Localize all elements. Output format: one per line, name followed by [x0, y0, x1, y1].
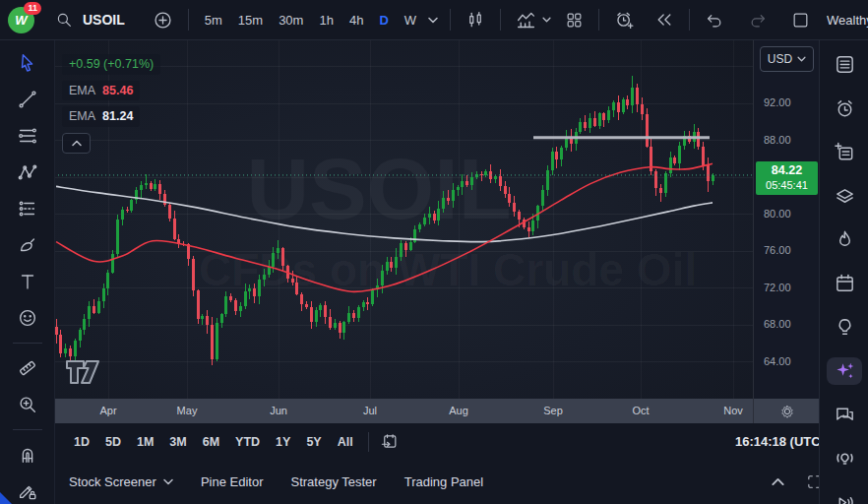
indicators-icon [516, 10, 536, 31]
bottom-tab-trading-panel[interactable]: Trading Panel [404, 474, 483, 489]
month-label-Aug: Aug [449, 405, 468, 416]
tool-projection[interactable] [9, 195, 46, 222]
emoji-smiley-icon [17, 307, 38, 329]
timeframe-1h[interactable]: 1h [311, 13, 341, 28]
axis-settings-corner[interactable] [753, 399, 820, 423]
panel-expand-button[interactable] [769, 467, 787, 498]
bottom-tab-strategy-tester[interactable]: Strategy Tester [290, 474, 376, 489]
sidebar-chat[interactable] [827, 402, 862, 428]
compare-add-button[interactable] [146, 4, 180, 35]
watchlist-icon [834, 53, 856, 76]
redo-button[interactable] [742, 4, 775, 35]
sidebar-calendar[interactable] [827, 270, 862, 296]
bar-replay-button[interactable] [648, 4, 681, 35]
layers-icon [834, 185, 856, 208]
indicators-button[interactable] [509, 4, 558, 35]
undo-arrow-icon [705, 11, 723, 30]
trend-line-icon [17, 89, 38, 110]
sidebar-streams[interactable] [827, 489, 862, 504]
timeframe-30m[interactable]: 30m [271, 13, 311, 28]
create-alert-button[interactable] [607, 4, 642, 35]
chevron-down-icon [163, 478, 173, 485]
toolbar-divider [689, 9, 690, 31]
save-layout-button[interactable] [784, 4, 817, 35]
alarm-clock-icon [834, 97, 856, 120]
tool-brush[interactable] [9, 231, 46, 259]
bottom-tab-stock-screener[interactable]: Stock Screener [69, 474, 173, 489]
tool-xabcd-pattern[interactable] [9, 158, 46, 186]
top-toolbar: W 11 USOIL 5m15m30m1h4hDW [0, 0, 868, 40]
tool-text[interactable] [9, 268, 46, 295]
rail-divider [13, 343, 42, 344]
go-to-date-button[interactable] [376, 426, 403, 458]
magnet-icon [17, 444, 38, 466]
tool-fib-lines[interactable] [9, 122, 46, 150]
ruler-icon [17, 357, 38, 379]
range-button-1Y[interactable]: 1Y [268, 435, 298, 449]
sidebar-object-tree[interactable] [827, 182, 862, 209]
chevron-down-icon [797, 56, 806, 62]
zoom-in-icon [17, 394, 38, 415]
timeframe-5m[interactable]: 5m [197, 13, 230, 28]
sidebar-notes[interactable] [827, 139, 862, 165]
price-tick-label: 64.00 [764, 355, 791, 367]
text-tool-icon [17, 271, 38, 292]
replay-rewind-icon [654, 10, 674, 30]
range-button-1M[interactable]: 1M [129, 435, 161, 449]
sidebar-alerts[interactable] [827, 94, 862, 121]
tool-trend-line[interactable] [9, 86, 46, 113]
timeframe-more-button[interactable] [424, 4, 442, 35]
tool-magnet[interactable] [9, 441, 46, 469]
price-tick-label: 92.00 [764, 96, 791, 108]
month-label-Sep: Sep [543, 405, 563, 416]
sidebar-watchlist[interactable] [827, 51, 862, 78]
symbol-search-button[interactable]: USOIL [48, 4, 132, 35]
tool-cursor[interactable] [9, 49, 46, 77]
chat-bubbles-icon [834, 404, 856, 426]
time-axis[interactable]: AprMayJunJulAugSepOctNov [54, 399, 753, 423]
timeframe-15m[interactable]: 15m [230, 13, 271, 28]
month-label-Nov: Nov [723, 405, 743, 416]
legend-collapse-button[interactable] [62, 133, 91, 154]
timeframe-D[interactable]: D [371, 13, 396, 28]
tool-drawing-lock[interactable] [9, 477, 46, 504]
chevron-up-icon [772, 477, 784, 486]
range-button-1D[interactable]: 1D [66, 435, 97, 449]
rangebar-divider [368, 432, 369, 452]
range-button-YTD[interactable]: YTD [227, 435, 268, 449]
sidebar-ai-assistant[interactable] [827, 357, 862, 384]
legend-ema-row[interactable]: EMA81.24 [62, 106, 140, 127]
layout-name[interactable]: Wealthy Educ [827, 13, 868, 28]
drawing-toolbar [0, 39, 55, 504]
sidebar-hotlists[interactable] [827, 226, 862, 253]
tool-ruler[interactable] [9, 354, 46, 382]
range-button-All[interactable]: All [330, 435, 361, 449]
timeframe-W[interactable]: W [397, 13, 424, 28]
sparkles-icon [834, 359, 856, 382]
tradingview-logo[interactable] [67, 361, 98, 383]
month-label-Apr: Apr [99, 405, 116, 416]
sidebar-broadcast[interactable] [827, 445, 862, 472]
range-button-3M[interactable]: 3M [161, 435, 194, 449]
tool-emoji[interactable] [9, 304, 46, 332]
bottom-tab-label: Pine Editor [201, 474, 264, 489]
currency-selector[interactable]: USD [760, 46, 814, 72]
price-axis[interactable]: USD 84.22 05:45:41 92.0088.0080.0076.007… [753, 39, 820, 399]
legend-ema-row[interactable]: EMA85.46 [62, 81, 140, 101]
play-streams-icon [834, 491, 856, 504]
tool-zoom-in[interactable] [9, 391, 46, 418]
bottom-tab-pine-editor[interactable]: Pine Editor [201, 474, 264, 489]
layout-grid-button[interactable] [558, 4, 590, 35]
grid-layout-icon [565, 11, 584, 30]
app-logo[interactable]: W 11 [8, 7, 34, 33]
range-button-5Y[interactable]: 5Y [298, 435, 329, 449]
symbol-change-value[interactable]: +0.59 (+0.71%) [62, 54, 160, 75]
timeframe-4h[interactable]: 4h [341, 13, 371, 28]
sidebar-ideas[interactable] [827, 314, 862, 341]
undo-button[interactable] [698, 4, 730, 35]
price-tick-label: 72.00 [764, 282, 791, 293]
range-button-5D[interactable]: 5D [97, 435, 129, 449]
chart-style-button[interactable] [459, 4, 492, 35]
axis-clock[interactable]: 16:14:18 (UTC) [735, 434, 825, 449]
range-button-6M[interactable]: 6M [195, 435, 227, 449]
